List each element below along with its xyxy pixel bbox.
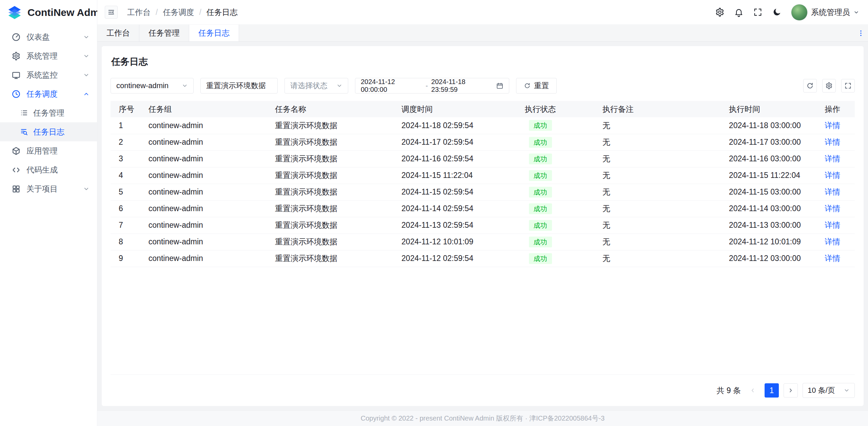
sidebar-item-system-monitor[interactable]: 系统监控	[0, 65, 97, 84]
pagination-next-button[interactable]	[784, 383, 798, 398]
cell-action: 详情	[810, 217, 855, 234]
gear-icon	[825, 82, 833, 89]
task-group-select-value: continew-admin	[116, 81, 169, 90]
detail-link[interactable]: 详情	[825, 121, 840, 130]
topbar-actions: 系统管理员	[715, 4, 859, 21]
table-row: 5 continew-admin 重置演示环境数据 2024-11-15 02:…	[111, 184, 855, 200]
table-settings-button[interactable]	[822, 79, 836, 93]
cell-exec-time: 2024-11-12 10:01:09	[721, 234, 810, 250]
app-logo-icon	[7, 5, 22, 20]
tab-workbench[interactable]: 工作台	[97, 25, 139, 41]
detail-link[interactable]: 详情	[825, 237, 840, 246]
sidebar-item-code-generation[interactable]: 代码生成	[0, 160, 97, 179]
avatar[interactable]	[791, 4, 808, 21]
tabs-more-button[interactable]	[854, 25, 868, 41]
page-size-select[interactable]: 10 条/页	[803, 383, 855, 398]
reset-button[interactable]: 重置	[516, 78, 557, 94]
date-range-picker[interactable]: 2024-11-12 00:00:00 - 2024-11-18 23:59:5…	[355, 78, 509, 94]
sidebar-item-app-management[interactable]: 应用管理	[0, 141, 97, 160]
detail-link[interactable]: 详情	[825, 254, 840, 263]
cell-status: 成功	[486, 217, 594, 234]
pagination-prev-button[interactable]	[746, 383, 760, 398]
filter-bar: continew-admin 请选择状态 2024-11-12 00:00:00…	[111, 78, 855, 94]
pagination-page-1[interactable]: 1	[765, 383, 779, 398]
refresh-table-button[interactable]	[803, 79, 817, 93]
detail-link[interactable]: 详情	[825, 221, 840, 229]
grid-icon	[12, 184, 21, 194]
chevron-down-icon	[853, 9, 859, 15]
status-badge: 成功	[529, 170, 552, 181]
status-badge: 成功	[529, 187, 552, 198]
detail-link[interactable]: 详情	[825, 138, 840, 146]
bell-icon[interactable]	[734, 7, 744, 17]
table-body: 1 continew-admin 重置演示环境数据 2024-11-18 02:…	[111, 117, 855, 267]
tab-task-management[interactable]: 任务管理	[139, 25, 189, 41]
cell-schedule-time: 2024-11-13 02:59:54	[393, 217, 486, 234]
detail-link[interactable]: 详情	[825, 154, 840, 163]
table-row: 2 continew-admin 重置演示环境数据 2024-11-17 02:…	[111, 134, 855, 150]
table-row: 7 continew-admin 重置演示环境数据 2024-11-13 02:…	[111, 217, 855, 234]
fullscreen-icon	[844, 82, 852, 89]
sidebar-item-label: 仪表盘	[26, 32, 83, 42]
cell-schedule-time: 2024-11-14 02:59:54	[393, 200, 486, 217]
sidebar-item-task-log[interactable]: 任务日志	[0, 122, 97, 141]
chevron-down-icon	[83, 72, 90, 78]
box-icon	[12, 146, 21, 156]
cell-name: 重置演示环境数据	[267, 167, 393, 184]
cell-action: 详情	[810, 167, 855, 184]
sidebar-item-about[interactable]: 关于项目	[0, 179, 97, 198]
table-row: 4 continew-admin 重置演示环境数据 2024-11-15 11:…	[111, 167, 855, 184]
date-range-separator: -	[426, 82, 428, 90]
cell-status: 成功	[486, 117, 594, 134]
sidebar-item-dashboard[interactable]: 仪表盘	[0, 27, 97, 46]
chevron-down-icon	[83, 53, 90, 59]
cell-index: 1	[111, 117, 140, 134]
user-menu[interactable]: 系统管理员	[791, 4, 859, 21]
content-area: 任务日志 continew-admin 请选择状态 2024-	[97, 42, 868, 410]
cell-exec-time: 2024-11-18 03:00:00	[721, 117, 810, 134]
cell-index: 8	[111, 234, 140, 250]
app-title: ContiNew Admin	[27, 7, 108, 18]
table-row: 9 continew-admin 重置演示环境数据 2024-11-12 02:…	[111, 250, 855, 267]
sidebar-item-task-management[interactable]: 任务管理	[0, 103, 97, 122]
menu-fold-icon	[107, 8, 115, 16]
cell-group: continew-admin	[140, 117, 267, 134]
detail-link[interactable]: 详情	[825, 187, 840, 196]
cell-group: continew-admin	[140, 167, 267, 184]
cell-exec-time: 2024-11-15 03:00:00	[721, 184, 810, 200]
page-size-value: 10 条/页	[808, 385, 835, 395]
breadcrumb-separator: /	[156, 8, 158, 17]
sidebar-item-label: 任务日志	[33, 127, 90, 137]
cell-group: continew-admin	[140, 200, 267, 217]
fullscreen-icon[interactable]	[753, 7, 763, 17]
cell-index: 2	[111, 134, 140, 150]
chevron-left-icon	[750, 387, 756, 393]
cell-status: 成功	[486, 150, 594, 167]
settings-icon[interactable]	[715, 7, 725, 17]
cell-schedule-time: 2024-11-17 02:59:54	[393, 134, 486, 150]
tab-task-log[interactable]: 任务日志	[189, 25, 239, 41]
task-name-input[interactable]	[200, 78, 278, 94]
sidebar-item-system-management[interactable]: 系统管理	[0, 46, 97, 65]
cell-remark: 无	[594, 167, 721, 184]
status-select[interactable]: 请选择状态	[284, 78, 348, 94]
sidebar-item-task-schedule[interactable]: 任务调度	[0, 84, 97, 103]
status-badge: 成功	[529, 253, 552, 264]
cell-remark: 无	[594, 134, 721, 150]
tab-label: 工作台	[106, 28, 130, 38]
table-fullscreen-button[interactable]	[841, 79, 855, 93]
dark-mode-moon-icon[interactable]	[772, 7, 782, 17]
breadcrumb-item-workbench[interactable]: 工作台	[127, 7, 151, 18]
task-group-select[interactable]: continew-admin	[111, 78, 194, 94]
sidebar-collapse-button[interactable]	[105, 6, 118, 19]
sidebar-item-label: 应用管理	[26, 146, 90, 156]
detail-link[interactable]: 详情	[825, 171, 840, 180]
sidebar-item-label: 任务管理	[33, 108, 90, 118]
sidebar-item-label: 系统监控	[26, 70, 83, 80]
status-badge: 成功	[529, 120, 552, 131]
refresh-icon	[524, 82, 531, 89]
cell-status: 成功	[486, 167, 594, 184]
detail-link[interactable]: 详情	[825, 204, 840, 213]
breadcrumb-item-task-schedule[interactable]: 任务调度	[163, 7, 194, 18]
logo[interactable]: ContiNew Admin	[0, 0, 97, 25]
